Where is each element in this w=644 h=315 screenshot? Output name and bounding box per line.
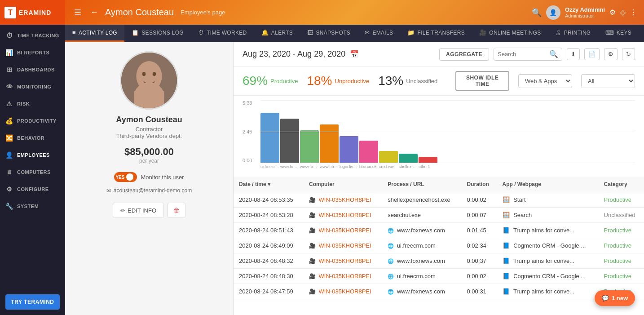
main-content: ☰ ← Aymon Cousteau Employee's page 🔍 👤 O… <box>65 0 644 315</box>
chat-bubble[interactable]: 💬 1 new <box>595 290 635 306</box>
computer-link-1[interactable]: WIN-035KHOR8PEI <box>319 212 371 218</box>
tab-sessions-log[interactable]: 📋 SESSIONS LOG <box>124 25 191 42</box>
cell-category-1: Unclassified <box>599 208 644 223</box>
productive-pct: 69% <box>243 74 268 88</box>
tab-alerts[interactable]: 🔔 ALERTS <box>254 25 300 42</box>
search-input[interactable] <box>498 51 547 58</box>
sidebar-item-dashboards[interactable]: ⊞ DASHBOARDS <box>0 61 65 78</box>
download-csv-button[interactable]: ⬇ <box>567 48 580 60</box>
page-title: Aymon Cousteau <box>105 7 174 18</box>
y-label-max: 5:33 <box>243 100 252 106</box>
hamburger-icon[interactable]: ☰ <box>72 5 84 20</box>
back-button[interactable]: ← <box>88 5 101 19</box>
cell-app-5: 📘 Cogmento CRM - Google ... <box>497 269 599 284</box>
snapshots-tab-icon: 🖼 <box>307 29 313 36</box>
time-worked-tab-icon: ⏱ <box>198 29 204 36</box>
unclassified-pct: 13% <box>378 74 403 88</box>
category-filter[interactable]: All Productive Unproductive Unclassified <box>581 74 635 88</box>
computer-link-6[interactable]: WIN-035KHOR8PEI <box>319 288 371 295</box>
profile-role: Contractor <box>136 126 163 133</box>
sidebar-label-configure: CONFIGURE <box>17 186 49 192</box>
sidebar-label-risk: RISK <box>17 101 30 106</box>
sidebar-item-configure[interactable]: ⚙ CONFIGURE <box>0 181 65 198</box>
computer-link-3[interactable]: WIN-035KHOR8PEI <box>319 242 371 249</box>
sessions-log-tab-label: SESSIONS LOG <box>141 30 184 36</box>
computer-link-2[interactable]: WIN-035KHOR8PEI <box>319 227 371 234</box>
diamond-icon[interactable]: ◇ <box>620 8 626 17</box>
profile-name: Aymon Cousteau <box>116 115 182 124</box>
cell-datetime-5: 2020-08-24 08:48:30 <box>234 269 304 284</box>
sidebar-item-time-tracking[interactable]: ⏱ TIME TRACKING <box>0 27 65 44</box>
tab-online-meetings[interactable]: 🎥 ONLINE MEETINGS <box>472 25 548 42</box>
tab-snapshots[interactable]: 🖼 SNAPSHOTS <box>300 25 357 42</box>
sidebar-item-employees[interactable]: 👤 EMPLOYEES <box>0 146 65 164</box>
cell-computer-0: 🎥 WIN-035KHOR8PEI <box>304 192 382 208</box>
more-options-icon[interactable]: ⋮ <box>630 8 637 17</box>
download-pdf-button[interactable]: 📄 <box>584 48 600 60</box>
profile-panel: Aymon Cousteau Contractor Third-party Ve… <box>65 42 234 315</box>
sidebar-item-monitoring[interactable]: 👁 MONITORING <box>0 78 65 95</box>
refresh-button[interactable]: ↻ <box>622 48 635 60</box>
col-category[interactable]: Category <box>599 177 644 192</box>
col-duration[interactable]: Duration <box>461 177 497 192</box>
edit-info-button[interactable]: ✏ EDIT INFO <box>113 203 164 218</box>
tab-time-worked[interactable]: ⏱ TIME WORKED <box>191 25 254 42</box>
cell-app-4: 📘 Trump aims for conve... <box>497 253 599 269</box>
sidebar-item-bi-reports[interactable]: 📊 BI REPORTS <box>0 44 65 61</box>
chat-label: 1 new <box>612 295 628 302</box>
col-computer[interactable]: Computer <box>304 177 382 192</box>
logo[interactable]: T ERAMIND <box>0 0 65 25</box>
sidebar-nav: ⏱ TIME TRACKING📊 BI REPORTS⊞ DASHBOARDS👁… <box>0 25 65 289</box>
chart-x-label-0: ui.freecrm.com <box>260 164 279 169</box>
category-badge-0: Productive <box>604 196 631 203</box>
monitor-toggle[interactable]: YES <box>114 172 137 182</box>
file-transfers-tab-icon: 📁 <box>407 29 415 36</box>
chart-bar-3 <box>320 124 339 163</box>
delete-button[interactable]: 🗑 <box>168 203 185 218</box>
cam-icon-4: 🎥 <box>309 258 316 264</box>
tab-keys[interactable]: ⌨ KEYS <box>598 25 639 42</box>
header-search-icon[interactable]: 🔍 <box>532 8 542 18</box>
profile-avatar <box>120 51 178 110</box>
productive-stat: 69% Productive <box>243 74 298 88</box>
sidebar-item-behavior[interactable]: 🔀 BEHAVIOR <box>0 129 65 146</box>
cam-icon-3: 🎥 <box>309 243 316 249</box>
tab-emails[interactable]: ✉ EMAILS <box>357 25 400 42</box>
user-info: Ozzy Adminini Administrator <box>565 6 605 18</box>
category-badge-1: Unclassified <box>604 212 635 218</box>
app-icon-0: 🪟 <box>503 196 510 203</box>
alerts-tab-icon: 🔔 <box>261 29 269 36</box>
try-teramind-button[interactable]: TRY TERAMIND <box>5 294 60 310</box>
activity-log-tab-icon: ≡ <box>72 29 76 36</box>
calendar-icon[interactable]: 📅 <box>350 50 359 58</box>
computer-link-4[interactable]: WIN-035KHOR8PEI <box>319 257 371 264</box>
cell-app-3: 📘 Cogmento CRM - Google ... <box>497 238 599 253</box>
chart-bar-6 <box>379 151 398 163</box>
settings-button[interactable]: ⚙ <box>604 48 618 60</box>
chart-bar-1 <box>280 119 299 163</box>
chart-x-label-8: other1 <box>419 164 437 169</box>
col-process[interactable]: Process / URL <box>382 177 461 192</box>
sidebar-item-computers[interactable]: 🖥 COMPUTERS <box>0 164 65 181</box>
show-idle-time-button[interactable]: SHOW IDLE TIME <box>455 71 509 91</box>
app-name-4: Trump aims for conve... <box>513 257 574 264</box>
settings-icon[interactable]: ⚙ <box>609 8 616 17</box>
aggregate-button[interactable]: AGGREGATE <box>439 48 489 61</box>
sidebar-item-productivity[interactable]: 💰 PRODUCTIVITY <box>0 112 65 129</box>
tab-activity-log[interactable]: ≡ ACTIVITY LOG <box>65 25 124 42</box>
tab-file-transfers[interactable]: 📁 FILE TRANSFERS <box>400 25 472 42</box>
chart-bar-2 <box>300 130 319 163</box>
sidebar-item-system[interactable]: 🔧 SYSTEM <box>0 198 65 215</box>
col-app[interactable]: App / Webpage <box>497 177 599 192</box>
computer-link-5[interactable]: WIN-035KHOR8PEI <box>319 273 371 280</box>
col-datetime[interactable]: Date / time ▾ <box>234 177 304 192</box>
sidebar-item-risk[interactable]: ⚠ RISK <box>0 95 65 112</box>
cell-duration-4: 0:00:37 <box>461 253 497 269</box>
cell-process-6: 🌐 www.foxnews.com <box>382 284 461 299</box>
tab-printing[interactable]: 🖨 PRINTING <box>548 25 598 42</box>
bi-reports-icon: 📊 <box>5 49 13 56</box>
app-type-filter[interactable]: Web & Apps Apps Only Web Only <box>518 74 572 88</box>
sidebar-label-bi-reports: BI REPORTS <box>17 50 49 55</box>
computer-link-0[interactable]: WIN-035KHOR8PEI <box>319 196 371 203</box>
table-row: 2020-08-24 08:53:35 🎥 WIN-035KHOR8PEI sh… <box>234 192 644 208</box>
